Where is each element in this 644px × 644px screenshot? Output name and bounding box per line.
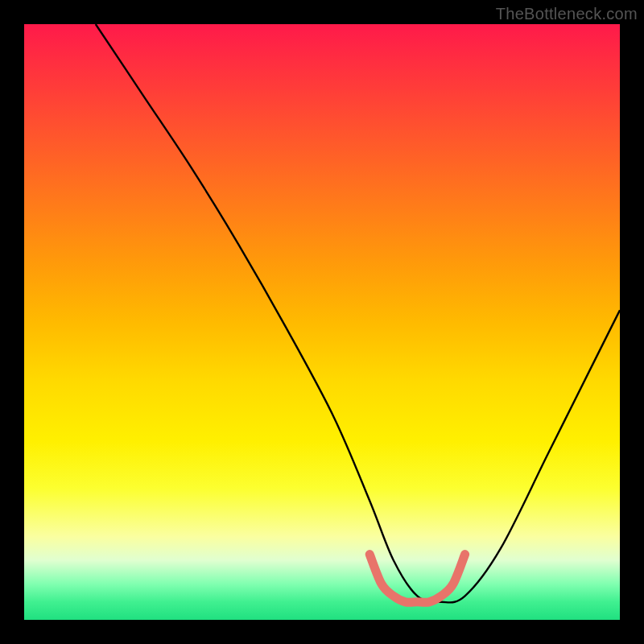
chart-svg	[24, 24, 620, 620]
watermark-text: TheBottleneck.com	[496, 5, 638, 23]
chart-plot-area	[24, 24, 620, 620]
bottleneck-curve	[96, 24, 620, 602]
